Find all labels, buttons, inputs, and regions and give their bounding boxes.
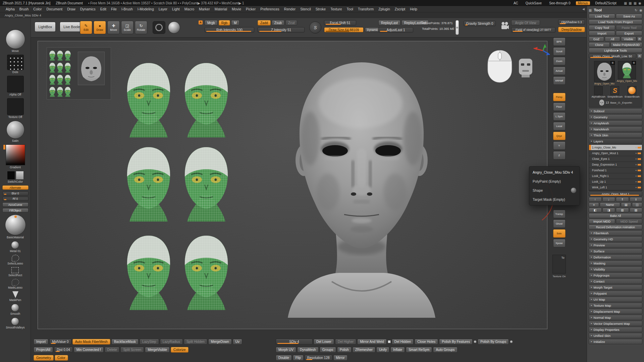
right-shelf-button[interactable]: Qxyz <box>553 132 566 140</box>
right-shelf-button[interactable]: Solo <box>553 229 566 238</box>
layer-delete-button[interactable]: ⇓ <box>630 197 643 202</box>
clone-button[interactable]: Clone <box>589 42 610 47</box>
focal-shift-slider[interactable]: Focal Shift 51 <box>324 20 356 25</box>
secondary-color-swatch[interactable] <box>16 171 24 180</box>
menu-item[interactable]: Document <box>44 7 65 11</box>
tool-section-bar[interactable]: ▸ Visibility <box>589 266 642 272</box>
m-button[interactable]: M <box>231 20 239 25</box>
tool-section-bar[interactable]: ▸ Geometry <box>589 114 642 120</box>
tool-section-bar[interactable]: ▸ Vector Displacement Map <box>589 321 642 326</box>
tool-section-bar[interactable]: ▸ Contact <box>589 279 642 284</box>
menu-item[interactable]: Draw <box>65 7 78 11</box>
alpha-brush-thumb[interactable]: AlphaBrush <box>591 86 605 98</box>
main-color-swatch[interactable] <box>7 171 15 180</box>
layer-row[interactable]: Look_Up 1 ● <box>589 179 642 185</box>
tool-section-bar[interactable]: ▸ Polypaint <box>589 291 642 296</box>
layer-intensity-nub[interactable] <box>638 181 641 183</box>
bottom-button[interactable]: SDiv 4 <box>276 339 313 345</box>
tool-section-bar[interactable]: ▸ Display Properties <box>589 327 642 332</box>
lightbox-button[interactable]: LightBox <box>35 22 56 32</box>
rotate-button[interactable]: ↻ Rotate <box>135 21 147 34</box>
bottom-button[interactable]: ZRemesher <box>353 347 375 353</box>
menu-item[interactable]: Macro <box>182 7 197 11</box>
bottom-button[interactable]: Polish <box>337 347 352 353</box>
bottom-button[interactable]: Auto Mask FiberMesh <box>72 339 110 345</box>
adjust-last-slider[interactable]: AdjustLast 1 <box>378 27 413 33</box>
right-shelf-button[interactable]: Ghost <box>553 220 566 228</box>
camera-icon-wrap[interactable] <box>500 21 509 32</box>
right-shelf-button[interactable]: Actual <box>553 67 566 75</box>
scale-button[interactable]: ◲ Scale <box>121 21 133 34</box>
basic-material-item[interactable]: BasicMaterial <box>5 215 26 241</box>
layer-intensity-slider[interactable]: Angry_Open_Mout 1 <box>589 191 642 196</box>
menu-item[interactable]: Zplugin <box>376 7 392 11</box>
layer-duplicate-button[interactable]: ⇑ <box>616 197 629 202</box>
select-lasso-item[interactable]: SelectLasso <box>7 255 23 267</box>
z-intensity-slider[interactable]: Z Intensity 51 <box>258 27 305 33</box>
layer-eye-icon[interactable]: ● <box>635 175 637 177</box>
bottom-button[interactable]: Mirror And Weld <box>357 339 387 345</box>
bottom-button[interactable]: Min Connected f <box>74 347 104 353</box>
menu-item[interactable]: Zscript <box>392 7 408 11</box>
export-button[interactable]: Export <box>616 31 642 36</box>
titlebar-button[interactable]: DefaultZScript <box>593 1 619 5</box>
texture-preview-chip[interactable]: Te <box>552 255 566 274</box>
bottom-button[interactable]: Double <box>276 355 292 361</box>
bottom-button[interactable]: Smart ReSym <box>406 347 432 353</box>
goz-button[interactable]: GoZ <box>589 37 604 42</box>
alpha-tag-icon[interactable]: A <box>199 20 203 24</box>
menu-item[interactable]: Material <box>212 7 229 11</box>
layer-half1-button[interactable]: ◧ <box>589 208 602 213</box>
layer-intensity-nub[interactable] <box>638 153 641 154</box>
menu-item[interactable]: Brush <box>17 7 31 11</box>
zsub-button[interactable]: Zsub <box>272 20 284 25</box>
tool-section-bar[interactable]: ▸ Surface <box>589 248 642 254</box>
mask-pen-item[interactable]: MaskPen <box>9 291 21 304</box>
layer-eye-icon[interactable]: ● <box>635 146 637 148</box>
layer-eye-icon[interactable]: ● <box>635 186 637 188</box>
mask-lasso-item[interactable]: MaskLasso <box>8 279 22 291</box>
bottom-button[interactable]: ProjectAll <box>34 347 53 353</box>
menu-item[interactable]: Transform <box>356 7 376 11</box>
bottom-button[interactable]: LazyStep <box>140 339 159 345</box>
menu-item[interactable]: Layer <box>156 7 170 11</box>
layer-eye-icon[interactable]: ● <box>635 169 637 171</box>
tool-section-bar[interactable]: ▸ Thick Skin <box>589 132 642 138</box>
popup-menu-item[interactable]: Shape <box>529 186 580 195</box>
current-material[interactable]: Satin <box>6 121 24 144</box>
brush-preview-icon[interactable] <box>153 21 165 34</box>
active-tool-thumb[interactable]: 9 Angry_Open_Mo <box>594 61 615 85</box>
switch-color[interactable]: SwitchColor <box>7 171 24 185</box>
layer-rows-button[interactable]: ▤ <box>621 202 631 207</box>
current-stroke[interactable]: Dots <box>7 55 24 76</box>
theme-circle-icon[interactable]: ◉ <box>638 1 641 5</box>
right-shelf-button[interactable]: Zoom <box>553 57 566 65</box>
layer-menu-button[interactable]: ≡ <box>589 202 599 207</box>
right-shelf-button[interactable]: BPR <box>553 38 566 46</box>
gravity-strength-slider[interactable]: Gravity Strength 0 <box>464 21 496 26</box>
eraser-brush-thumb[interactable]: EraserBrush <box>625 86 639 98</box>
tool-section-bar[interactable]: ▸ FiberMesh <box>589 230 642 236</box>
simple-brush-thumb[interactable]: S SimpleBrush <box>607 86 623 98</box>
tool-section-bar[interactable]: ▸ Normal Map <box>589 315 642 320</box>
bottom-button[interactable]: LazyRadius <box>160 339 183 345</box>
import-mdd-button[interactable]: Import MDD <box>589 219 615 224</box>
points-vertical-slider[interactable] <box>455 20 459 35</box>
bottom-button[interactable]: Del Hidden <box>392 339 414 345</box>
titlebar-button[interactable]: QuickSave <box>524 1 544 5</box>
color-picker[interactable]: Gradient <box>6 144 25 171</box>
layer-eye-icon[interactable]: ● <box>635 152 637 154</box>
select-rect-item[interactable]: SelectRect <box>8 267 22 279</box>
smooth-valleys-item[interactable]: SmoothValleys <box>6 317 24 331</box>
menu-item[interactable]: Light <box>170 7 182 11</box>
menu-item[interactable]: Picker <box>244 7 258 11</box>
tray-collapse-arrow-icon[interactable]: ◀ <box>582 7 585 11</box>
layer-row[interactable]: 1 Angry_Close_Mo ● <box>589 145 642 150</box>
menu-item[interactable]: Movie <box>229 7 244 11</box>
bottom-button[interactable]: Groups <box>320 347 336 353</box>
right-shelf-button[interactable]: Local <box>553 122 566 130</box>
bottom-button[interactable]: Delete <box>105 347 120 353</box>
menu-item[interactable]: Alpha <box>3 7 17 11</box>
tool-section-bar[interactable]: ▸ ArrayMesh <box>589 120 642 126</box>
import-button[interactable]: Import <box>589 31 615 36</box>
